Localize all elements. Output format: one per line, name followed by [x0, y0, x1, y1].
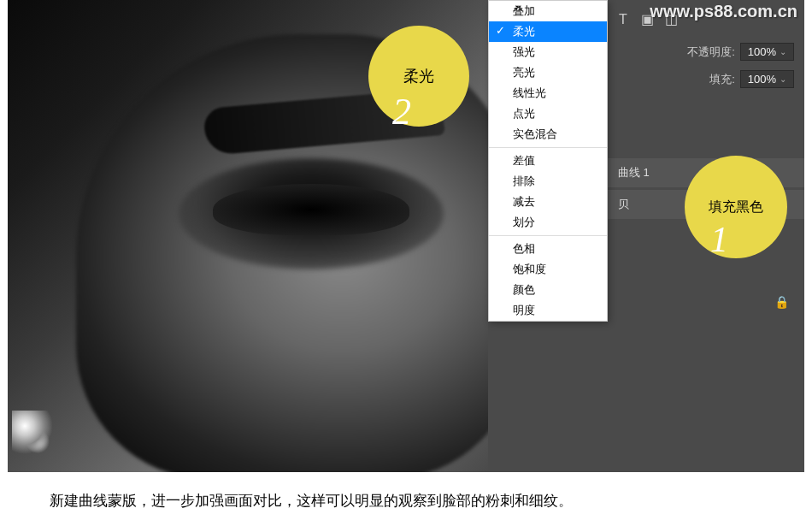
eye: [213, 184, 409, 235]
type-icon[interactable]: T: [615, 11, 632, 28]
menu-divider: [489, 235, 607, 236]
annotation-text: 柔光: [403, 66, 434, 86]
annotation-soft-light: 柔光 2: [368, 26, 469, 127]
blend-mode-vivid-light[interactable]: 亮光: [489, 62, 607, 83]
fill-label: 填充:: [709, 72, 735, 87]
blend-mode-subtract[interactable]: 减去: [489, 192, 607, 212]
blend-mode-hard-mix[interactable]: 实色混合: [489, 124, 607, 145]
blend-mode-dropdown: 叠加 柔光 强光 亮光 线性光 点光 实色混合 差值 排除 减去 划分 色相 饱…: [488, 0, 608, 322]
opacity-value[interactable]: 100%: [740, 43, 794, 61]
blend-mode-overlay[interactable]: 叠加: [489, 1, 607, 21]
annotation-number: 1: [710, 219, 728, 260]
fill-control: 填充: 100%: [709, 70, 794, 88]
blend-mode-linear-light[interactable]: 线性光: [489, 83, 607, 103]
annotation-number: 2: [392, 90, 411, 133]
blend-mode-saturation[interactable]: 饱和度: [489, 259, 607, 280]
annotation-fill-black: 填充黑色 1: [685, 156, 787, 258]
earring: [12, 411, 55, 462]
blend-mode-hue[interactable]: 色相: [489, 239, 607, 259]
annotation-text: 填充黑色: [709, 198, 763, 216]
menu-divider: [489, 147, 607, 148]
fill-value[interactable]: 100%: [740, 70, 794, 88]
blend-mode-hard-light[interactable]: 强光: [489, 42, 607, 62]
blend-mode-soft-light[interactable]: 柔光: [489, 21, 607, 42]
layer-name: 曲线 1: [618, 165, 650, 180]
blend-mode-difference[interactable]: 差值: [489, 151, 607, 171]
lock-icon[interactable]: 🔒: [774, 295, 789, 309]
blend-mode-pin-light[interactable]: 点光: [489, 103, 607, 124]
watermark: www.ps88.com.cn: [643, 0, 804, 23]
blend-mode-luminosity[interactable]: 明度: [489, 300, 607, 321]
opacity-control: 不透明度: 100%: [687, 43, 794, 61]
layer-name: 贝: [618, 197, 629, 212]
opacity-label: 不透明度:: [687, 44, 735, 60]
blend-mode-color[interactable]: 颜色: [489, 280, 607, 300]
blend-mode-divide[interactable]: 划分: [489, 212, 607, 233]
tutorial-caption: 新建曲线蒙版，进一步加强画面对比，这样可以明显的观察到脸部的粉刺和细纹。: [50, 491, 573, 511]
blend-mode-exclusion[interactable]: 排除: [489, 171, 607, 192]
